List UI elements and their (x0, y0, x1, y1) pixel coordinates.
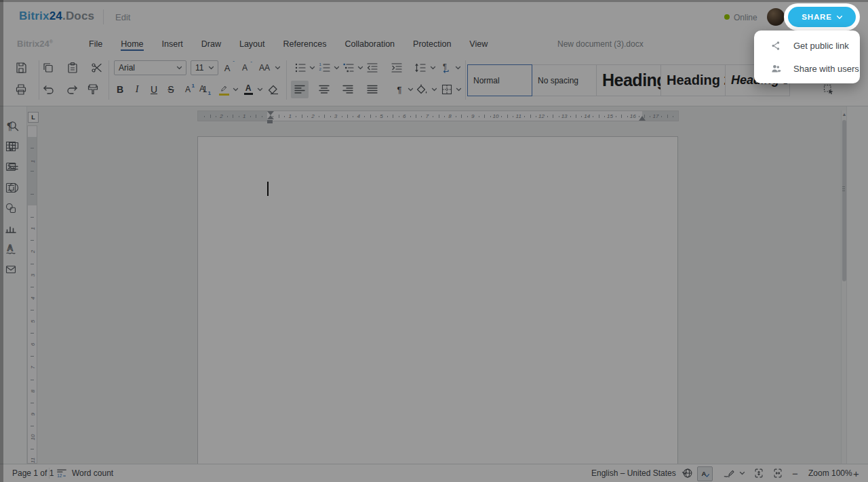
menu-item-get-public-link[interactable]: Get public link (754, 34, 860, 57)
user-plus-icon (770, 63, 782, 75)
share-button-spotlight: SHARE (784, 3, 860, 31)
share-nodes-icon (770, 40, 782, 52)
share-button[interactable]: SHARE (788, 7, 856, 27)
share-button-label: SHARE (802, 13, 831, 21)
menu-item-share-with-users[interactable]: Share with users (754, 57, 860, 80)
dim-overlay (0, 0, 868, 482)
bitrix24-docs-window: Bitrix24.Docs Edit Online Bitrix24® File… (0, 0, 868, 482)
chevron-down-icon (836, 14, 842, 20)
share-dropdown-menu: Get public link Share with users (754, 31, 860, 83)
